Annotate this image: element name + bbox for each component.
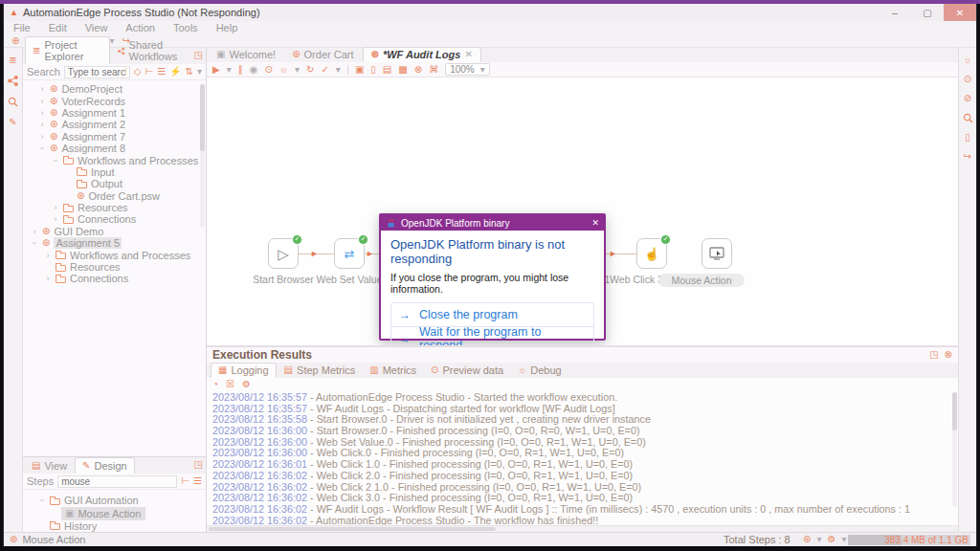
node-mouse-action[interactable] (702, 238, 732, 269)
zoom-select[interactable]: 100% ▾ (445, 63, 490, 76)
tree-item-resources-2[interactable]: Resources (23, 261, 206, 273)
wait-for-program-button[interactable]: → Wait for the program to respond (391, 326, 593, 346)
pencil-icon[interactable]: ✎ (9, 118, 16, 127)
validate-icon[interactable]: ✓ (321, 65, 328, 75)
tab-wf-audit-logs[interactable]: ⊛ *WF Audit Logs ✕ (363, 47, 481, 62)
tree-item-assignment5[interactable]: ›⊛Assignment 5 (23, 237, 206, 249)
menu-file[interactable]: File (13, 22, 31, 33)
tree-item-workflows-processes[interactable]: ›Workflows and Processes (23, 154, 206, 165)
tab-metrics[interactable]: ▥Metrics (363, 364, 423, 378)
restore-panel-icon[interactable]: ◳ (194, 51, 203, 60)
steps-item-gui-automation[interactable]: ›GUI Automation (23, 495, 206, 506)
hierarchy-view-icon[interactable]: ⊢ (181, 476, 189, 486)
memory-indicator[interactable]: 383.4 MB of 1.1 GB (848, 535, 970, 545)
tree-item-assignment1[interactable]: ›⊛Assignment 1 (23, 107, 206, 119)
chevron-down-icon[interactable]: › (30, 239, 39, 247)
pause-icon[interactable]: ∥ (238, 65, 243, 75)
new-file-icon[interactable]: ⊕ (11, 36, 19, 46)
eye-off-icon[interactable]: ⊘ (964, 94, 971, 103)
log-horizontal-thumb[interactable] (209, 527, 496, 531)
chevron-down-icon[interactable]: ▾ (197, 67, 202, 77)
dialog-title-bar[interactable]: OpenJDK Platform binary ✕ (381, 215, 604, 231)
close-button[interactable]: ✕ (944, 4, 976, 21)
tab-design[interactable]: ✎ Design (75, 457, 135, 474)
image-icon[interactable]: ▩ (398, 65, 407, 75)
search-input[interactable] (64, 66, 130, 78)
document-icon[interactable]: ▯ (370, 65, 376, 75)
chevron-down-icon[interactable]: ▾ (816, 535, 821, 544)
chevron-down-icon[interactable]: › (37, 144, 47, 152)
chevron-right-icon[interactable]: › (38, 108, 46, 118)
tab-debug[interactable]: ☼Debug (511, 364, 568, 378)
log-output[interactable]: 2023/08/12 16:35:57 - AutomationEdge Pro… (207, 390, 958, 525)
title-bar[interactable]: ▲ AutomationEdge Process Studio (Not Res… (4, 4, 976, 21)
chevron-right-icon[interactable]: › (52, 203, 59, 212)
workflow-canvas[interactable]: ► ► ► ▷ ✓ Start Browser ⇄ ✓ Web Set Valu… (207, 77, 958, 346)
tree-item-order-cart-psw[interactable]: ⊛Order Cart.psw (23, 190, 206, 202)
robot-icon[interactable]: ▣ (355, 65, 364, 75)
menu-tools[interactable]: Tools (173, 22, 198, 33)
sitemap-icon[interactable]: ⌘ (429, 65, 438, 75)
chevron-down-icon[interactable]: ▾ (295, 65, 300, 75)
tab-view[interactable]: ▤ View (25, 458, 74, 474)
log-scrollbar-thumb[interactable] (952, 392, 957, 430)
maximize-button[interactable]: ▢ (911, 4, 944, 21)
hierarchy-view-icon[interactable]: ⊢ (145, 67, 153, 77)
tree-item-voterrecords[interactable]: ›⊛VoterRecords (23, 95, 206, 106)
settings-icon[interactable]: ⚙ (242, 380, 251, 389)
tree-item-resources[interactable]: ›Resources (23, 202, 206, 213)
trash-icon[interactable]: ☒ (226, 380, 234, 389)
search-document-icon[interactable] (8, 97, 18, 107)
close-panel-icon[interactable]: ⊗ (945, 350, 952, 360)
menu-view[interactable]: View (85, 22, 108, 33)
tree-scrollbar[interactable] (200, 84, 205, 228)
error-icon[interactable]: ⊗ (414, 65, 422, 75)
chevron-right-icon[interactable]: › (38, 97, 46, 106)
tab-step-metrics[interactable]: ▤Step Metrics (278, 364, 363, 378)
eye-icon[interactable]: ⊙ (264, 65, 272, 75)
steps-item-mouse-action[interactable]: ▣Mouse Action (23, 507, 206, 520)
tree-scrollbar-thumb[interactable] (200, 84, 205, 151)
sort-icon[interactable]: ⇅ (186, 67, 193, 77)
tab-project-explorer[interactable]: ≣ Project Explorer (25, 36, 110, 64)
tree-item-assignment8[interactable]: ›⊛Assignment 8 (23, 143, 206, 154)
close-tab-icon[interactable]: ✕ (464, 50, 472, 59)
menu-edit[interactable]: Edit (49, 22, 67, 33)
tab-logging[interactable]: ▦Logging (211, 363, 277, 378)
flat-list-icon[interactable]: ☰ (193, 476, 202, 486)
menu-help[interactable]: Help (216, 22, 238, 33)
tree-item-output[interactable]: Output (23, 178, 206, 189)
workflow-icon[interactable]: ⊛ (803, 535, 811, 544)
restore-panel-icon[interactable]: ◳ (929, 350, 938, 360)
tab-welcome[interactable]: ▣ Welcome! (209, 48, 283, 62)
tag-icon[interactable]: ◇ (134, 67, 142, 77)
log-scrollbar[interactable] (952, 392, 957, 507)
magnifier-icon[interactable] (963, 113, 973, 123)
tree-item-connections[interactable]: ›Connections (23, 213, 206, 225)
tree-item-connections-2[interactable]: ›Connections (23, 273, 206, 284)
chevron-right-icon[interactable]: › (52, 214, 59, 224)
chevron-down-icon[interactable]: ▾ (336, 65, 341, 75)
restore-panel-icon[interactable]: ◳ (194, 460, 203, 470)
refresh-icon[interactable]: ↻ (306, 65, 314, 75)
minimize-button[interactable]: – (879, 4, 911, 21)
shared-workflows-icon[interactable] (8, 76, 18, 86)
chevron-right-icon[interactable]: › (38, 120, 46, 129)
menu-action[interactable]: Action (125, 22, 155, 33)
steps-item-history[interactable]: History (23, 520, 206, 532)
refresh-icon[interactable]: ⚡ (169, 67, 181, 77)
close-the-program-button[interactable]: → Close the program (391, 303, 593, 326)
node-web-click-3[interactable]: ☝ ✓ (636, 238, 667, 269)
chevron-down-icon[interactable]: ▾ (841, 535, 846, 544)
chevron-down-icon[interactable]: › (37, 496, 47, 504)
tree-item-input[interactable]: Input (23, 166, 206, 178)
copy-icon[interactable]: ▯ (965, 133, 970, 143)
tab-order-cart[interactable]: ⊛ Order Cart (284, 48, 361, 62)
debug-icon[interactable]: ☼ (279, 65, 288, 75)
tree-item-gui-demo[interactable]: ›⊛GUI Demo (23, 226, 206, 237)
chevron-right-icon[interactable]: › (38, 84, 46, 94)
dialog-close-icon[interactable]: ✕ (591, 218, 599, 228)
settings-icon[interactable]: ☼ (963, 55, 971, 65)
eye-icon[interactable]: ⊙ (964, 75, 971, 84)
clipboard-icon[interactable]: ▤ (383, 65, 391, 75)
